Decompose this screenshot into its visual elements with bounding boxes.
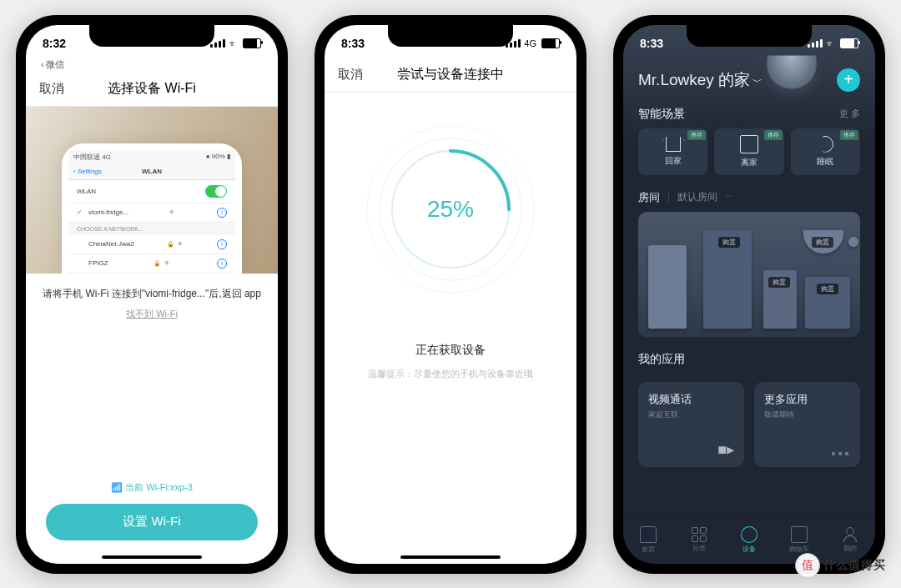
app-subtitle: 家庭互联 [648,410,734,420]
room-header[interactable]: 房间 默认房间 [623,175,875,212]
scene-row[interactable]: 推荐 回家 推荐 离家 推荐 睡眠 [623,128,875,175]
scene-label: 回家 [665,155,682,167]
wifi-icon: ᯤ [826,38,835,48]
info-icon: i [217,259,227,269]
recommend-tag: 推荐 [840,130,858,140]
app-card-more[interactable]: 更多应用 敬请期待 [754,382,860,467]
tab-home[interactable]: 首页 [623,517,673,564]
progress-section: 25% 正在获取设备 温馨提示：尽量使您的手机与设备靠近哦 [325,93,576,564]
cancel-button[interactable]: 取消 [338,67,363,83]
app-card-video[interactable]: 视频通话 家庭互联 ■▸ [638,382,744,467]
notch [388,25,513,47]
status-right: ᯤ [808,38,858,48]
battery-icon [243,38,261,48]
apps-title: 我的应用 [638,352,685,367]
device-icon [737,523,761,546]
wifi-icon: ᯤ [178,240,184,248]
battery-icon [840,38,858,48]
toggle-icon [205,185,227,198]
status-time: 8:33 [640,37,663,50]
scene-card-sleep[interactable]: 推荐 睡眠 [791,128,860,175]
app-subtitle: 敬请期待 [764,410,850,420]
hero-illustration: 中国联通 4G ● 90% ▮ ‹ Settings WLAN WLAN ✓ v… [26,107,278,274]
apps-section-header: 我的应用 [623,337,875,374]
inner-status-bar: 中国联通 4G ● 90% ▮ [68,150,235,164]
home-indicator[interactable] [400,555,501,559]
room-default: 默认房间 [677,190,717,204]
network-type: 4G [524,38,536,48]
current-wifi-label: 当前 Wi-Fi:xxp-3 [26,481,278,494]
choose-header: CHOOSE A NETWORK... [68,223,235,235]
tab-category[interactable]: 分类 [673,517,723,564]
scene-card-home[interactable]: 推荐 回家 [638,128,707,175]
battery-icon [541,38,560,48]
nav-title: 选择设备 Wi-Fi [108,80,196,98]
recommend-tag: 推荐 [687,130,706,140]
info-icon: i [217,208,227,218]
scene-label: 睡眠 [817,156,833,168]
home-indicator[interactable] [102,555,202,559]
watermark-icon: 值 [795,553,820,578]
wifi-icon: ᯤ [164,259,171,267]
scene-title: 智能场景 [638,107,685,122]
network-row: ChinaNet-Jwa2 🔒 ᯤ i [68,235,235,254]
notch [687,25,812,47]
inner-nav: ‹ Settings WLAN [68,164,235,180]
back-crumb[interactable]: ‹ 微信 [26,58,278,73]
scene-card-away[interactable]: 推荐 离家 [714,128,783,175]
buy-tag[interactable]: 购置 [718,237,740,248]
screen-2: 8:33 4G 取消 尝试与设备连接中 25% 正在获取设备 温 [325,25,576,564]
dots-icon [832,452,848,455]
inner-title: WLAN [142,168,162,175]
cart-icon [791,526,808,543]
svg-point-1 [380,138,521,280]
check-icon: ✓ [77,209,85,216]
home-name-dropdown[interactable]: Mr.Lowkey 的家 [638,69,763,91]
cancel-button[interactable]: 取消 [39,81,64,97]
grid-icon [692,527,707,542]
notch [89,25,214,47]
buy-tag[interactable]: 购置 [812,237,833,248]
room-label: 房间 [638,190,660,205]
app-title: 视频通话 [648,392,734,407]
status-time: 8:32 [43,37,66,50]
setup-wifi-button[interactable]: 设置 Wi-Fi [46,504,258,540]
inner-phone-mock: 中国联通 4G ● 90% ▮ ‹ Settings WLAN WLAN ✓ v… [62,143,242,274]
more-link[interactable]: 更 多 [839,108,860,120]
chevron-left-icon: ‹ [41,59,44,69]
nav-bar: 取消 尝试与设备连接中 [325,58,576,93]
divider [668,193,669,203]
lock-icon: 🔒 [154,260,161,267]
recommend-tag: 推荐 [764,130,783,140]
buy-tag[interactable]: 购置 [817,284,838,294]
wifi-icon: ᯤ [169,209,176,216]
wlan-toggle-row: WLAN [68,180,235,204]
buy-tag[interactable]: 购置 [768,277,790,288]
phone-frame-2: 8:33 4G 取消 尝试与设备连接中 25% 正在获取设备 温 [315,15,586,574]
signal-icon [808,39,823,48]
phone-frame-3: 8:33 ᯤ Mr.Lowkey 的家 + 智能场景 更 多 推荐 回家 推荐 [613,15,885,574]
home-header: Mr.Lowkey 的家 + [623,58,875,97]
home-icon [640,526,657,543]
apps-row: 视频通话 家庭互联 ■▸ 更多应用 敬请期待 [623,374,875,475]
network-row: FPIGZ 🔒 ᯤ i [68,254,235,274]
scene-label: 离家 [741,157,758,168]
status-time: 8:33 [341,37,365,50]
wifi-icon: ᯤ [229,38,238,48]
phone-frame-1: 8:32 ᯤ ‹ 微信 取消 选择设备 Wi-Fi 中国联通 4G ● 90% … [16,15,288,574]
hint-text: 温馨提示：尽量使您的手机与设备靠近哦 [368,368,533,380]
room-illustration[interactable]: 购置 购置 购置 购置 [638,212,860,337]
status-right: 4G [506,38,560,48]
watermark: 值 什么值得买 [795,553,886,578]
add-button[interactable]: + [837,68,860,92]
scene-section-header: 智能场景 更 多 [623,97,875,128]
user-icon [843,527,858,542]
inner-back: ‹ Settings [73,168,102,175]
tab-devices[interactable]: 设备 [724,517,774,564]
watermark-text: 什么值得买 [823,558,886,573]
status-right: ᯤ [210,38,261,48]
video-icon: ■▸ [717,440,734,459]
lock-icon: 🔒 [167,241,174,248]
not-found-link[interactable]: 找不到 Wi-Fi [26,308,278,320]
nav-bar: 取消 选择设备 Wi-Fi [26,73,278,107]
